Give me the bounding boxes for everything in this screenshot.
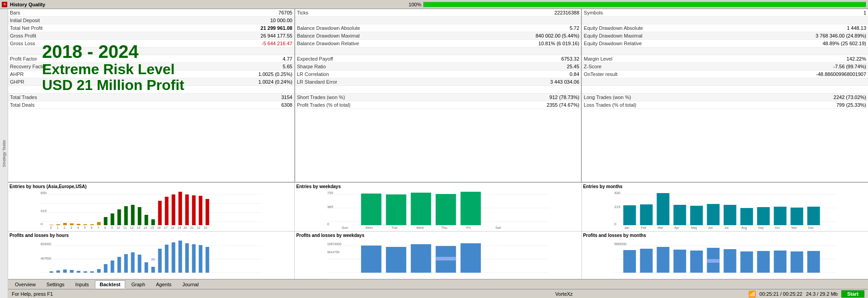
- svg-text:9: 9: [111, 226, 113, 229]
- stat-value: 1.0024 (0.24%): [255, 79, 292, 85]
- svg-rect-89: [790, 208, 803, 225]
- tab-overview[interactable]: Overview: [10, 280, 41, 289]
- table-row: Total Deals6308: [8, 101, 294, 109]
- stat-label: LR Standard Error: [297, 79, 547, 85]
- svg-rect-159: [807, 251, 820, 273]
- svg-rect-65: [461, 192, 481, 225]
- table-row: Gross Profit26 944 177.55: [8, 32, 294, 40]
- stat-value: 1.0025 (0.25%): [255, 71, 292, 77]
- svg-text:Sun: Sun: [342, 226, 348, 230]
- stat-value: 48.89% (25 602.19): [819, 41, 866, 46]
- svg-rect-152: [690, 251, 703, 273]
- stat-label: Z-Score: [584, 64, 830, 69]
- stat-value: -7.56 (99.74%): [830, 64, 866, 69]
- svg-rect-111: [70, 270, 74, 273]
- stat-label: Ticks: [297, 10, 551, 15]
- svg-text:Dec: Dec: [808, 226, 814, 229]
- svg-rect-15: [104, 217, 108, 225]
- svg-rect-25: [172, 194, 175, 225]
- tab-inputs[interactable]: Inputs: [71, 280, 94, 289]
- close-button[interactable]: ✕: [2, 2, 7, 7]
- lower-charts: Profits and losses by hours 820000 46750…: [8, 232, 868, 280]
- tab-settings[interactable]: Settings: [42, 280, 70, 289]
- svg-rect-19: [131, 205, 135, 225]
- table-row: AHPR1.0025 (0.25%): [8, 71, 294, 78]
- stat-label: Symbols: [584, 10, 860, 15]
- weekdays-pnl-svg: 10874000 9814750: [296, 239, 580, 279]
- table-row: [582, 17, 868, 24]
- svg-text:19: 19: [178, 226, 181, 229]
- svg-rect-108: [50, 271, 53, 273]
- svg-text:16: 16: [157, 226, 161, 229]
- stat-label: Expected Payoff: [297, 56, 558, 61]
- stat-value: 6308: [278, 102, 292, 108]
- months-chart-svg: 430 215 0: [583, 190, 867, 230]
- stat-value: 799 (25.33%): [833, 102, 866, 108]
- stat-label: Balance Drawdown Absolute: [297, 25, 566, 31]
- stats-col2: Ticks222316388Balance Drawdown Absolute5…: [295, 9, 582, 182]
- svg-rect-126: [172, 242, 175, 273]
- svg-rect-115: [97, 269, 101, 273]
- stat-label: Loss Trades (% of total): [584, 102, 833, 108]
- months-pnl-title: Profits and losses by months: [583, 233, 867, 238]
- hours-chart-title: Entries by hours (Asia,Europe,USA): [9, 184, 293, 189]
- svg-text:820000: 820000: [41, 242, 51, 246]
- table-row: [582, 86, 868, 94]
- svg-rect-109: [57, 270, 60, 273]
- table-row: Balance Drawdown Maximal840 002.00 (5.44…: [295, 32, 581, 40]
- stat-label: Balance Drawdown Relative: [297, 41, 535, 46]
- svg-text:Nov: Nov: [791, 226, 797, 229]
- stat-label: Initial Deposit: [10, 18, 267, 23]
- stat-label: Sharpe Ratio: [297, 64, 563, 69]
- svg-text:0: 0: [50, 226, 52, 229]
- svg-text:20: 20: [184, 226, 187, 229]
- tab-graph[interactable]: Graph: [126, 280, 150, 289]
- weekdays-pnl-title: Profits and losses by weekdays: [296, 233, 580, 238]
- tab-backtest[interactable]: Backtest: [95, 280, 126, 289]
- svg-text:Wed: Wed: [416, 226, 424, 230]
- three-col-stats: Bars76705Initial Deposit10 000.00Total N…: [8, 9, 868, 182]
- tab-agents[interactable]: Agents: [151, 280, 176, 289]
- svg-rect-9: [63, 223, 67, 225]
- stat-value: 1 448.13: [843, 25, 866, 31]
- svg-rect-26: [179, 192, 182, 225]
- window-title: History Quality: [10, 2, 45, 7]
- svg-rect-150: [656, 247, 669, 273]
- svg-text:Aug: Aug: [741, 226, 747, 230]
- svg-rect-124: [158, 249, 162, 273]
- stat-value: 10.81% (6 019.16): [535, 41, 580, 46]
- stat-value: 6753.32: [558, 56, 580, 61]
- svg-rect-142: [461, 243, 481, 273]
- svg-rect-17: [118, 209, 121, 225]
- stat-value: 2242 (73.02%): [830, 95, 866, 100]
- table-row: Expected Payoff6753.32: [295, 55, 581, 63]
- table-row: Sharpe Ratio25.45: [295, 63, 581, 71]
- table-row: Short Trades (won %)912 (78.73%): [295, 94, 581, 101]
- svg-rect-28: [192, 195, 196, 225]
- svg-rect-128: [185, 243, 189, 273]
- strategy-label: Strategy Tester: [2, 140, 6, 167]
- top-bar: ✕ History Quality 100%: [0, 0, 868, 9]
- table-row: [295, 17, 581, 24]
- svg-text:730: 730: [327, 191, 334, 195]
- svg-rect-30: [206, 199, 209, 225]
- svg-rect-81: [656, 193, 669, 225]
- stats-col1: Bars76705Initial Deposit10 000.00Total N…: [8, 9, 295, 182]
- tab-bar: Overview Settings Inputs Backtest Graph …: [8, 279, 868, 289]
- stat-value: -48.886009968001907: [812, 71, 866, 77]
- svg-text:5: 5: [84, 226, 86, 229]
- tab-journal[interactable]: Journal: [177, 280, 203, 289]
- svg-text:13: 13: [137, 226, 141, 229]
- svg-text:467500: 467500: [41, 257, 51, 260]
- stat-value: 21 299 961.08: [257, 25, 292, 31]
- stat-value: -5 644 216.47: [258, 41, 292, 46]
- stat-label: Long Trades (won %): [584, 95, 830, 100]
- table-row: LR Standard Error3 443 034.06: [295, 78, 581, 86]
- start-button[interactable]: Start: [841, 290, 864, 298]
- stat-label: Total Trades: [10, 95, 278, 100]
- svg-rect-64: [436, 194, 456, 225]
- progress-label: 100%: [409, 2, 421, 7]
- svg-rect-157: [774, 251, 786, 273]
- stat-label: Recovery Factor: [10, 64, 279, 69]
- svg-rect-14: [97, 222, 101, 225]
